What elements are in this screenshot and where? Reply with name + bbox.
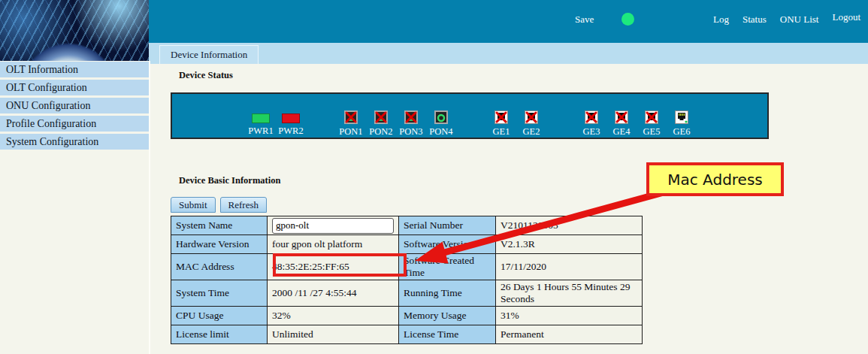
table-row: CPU Usage32%Memory Usage31% — [171, 307, 643, 325]
device-basic-table: System NameSerial NumberV2101120305Hardw… — [171, 216, 643, 344]
row-label: Hardware Version — [171, 235, 268, 254]
table-row: System Time2000 /11 /27 4:55:44Running T… — [171, 280, 643, 307]
row-label: Software Created Time — [399, 254, 496, 280]
port-label: PON2 — [369, 126, 392, 138]
submit-button[interactable]: Submit — [171, 197, 216, 213]
pon-port-pon2: PON2 — [366, 110, 396, 138]
port-label: PON1 — [339, 126, 362, 138]
ethernet-port-icon — [494, 110, 508, 124]
ethernet-port-icon — [675, 110, 688, 124]
port-label: PON3 — [399, 126, 422, 138]
port-label: GE6 — [673, 126, 691, 138]
row-label: Software Version — [399, 235, 496, 254]
port-label: PON4 — [429, 126, 452, 138]
brand-logo-earth-fiber — [0, 0, 149, 61]
top-link-log[interactable]: Log — [713, 14, 729, 26]
pwr-port-pwr1: PWR1 — [246, 110, 276, 137]
row-value: four gpon olt platform — [268, 235, 399, 254]
ge-port-ge1: GE1 — [486, 110, 516, 138]
sidebar-divider — [149, 61, 150, 354]
table-row: MAC Address48:35:2E:25:FF:65Software Cre… — [171, 254, 643, 280]
ethernet-port-icon — [645, 110, 658, 124]
table-row: License limitUnlimitedLicense TimePerman… — [171, 325, 643, 344]
sidebar-item-olt-information[interactable]: OLT Information — [0, 62, 149, 77]
port-label: PWR1 — [248, 126, 273, 137]
sidebar-menu: OLT InformationOLT ConfigurationONU Conf… — [0, 62, 149, 152]
device-status-heading: Device Status — [179, 70, 233, 81]
top-link-onu-list[interactable]: ONU List — [780, 14, 819, 26]
port-label: GE3 — [583, 126, 600, 138]
port-label: GE2 — [523, 126, 540, 138]
pon-port-icon — [344, 110, 358, 124]
ge-port-ge5: GE5 — [637, 110, 667, 138]
mac-address-callout: Mac Address — [646, 162, 784, 196]
port-label: GE1 — [493, 126, 510, 138]
sidebar-item-onu-configuration[interactable]: ONU Configuration — [0, 98, 149, 113]
row-label: System Time — [171, 280, 268, 307]
power-led-icon — [282, 113, 300, 123]
power-led-icon — [252, 113, 270, 123]
row-label: License Time — [399, 325, 496, 344]
device-basic-heading: Device Basic Information — [179, 175, 280, 186]
row-label: License limit — [171, 325, 268, 344]
row-value: Unlimited — [268, 325, 399, 344]
top-link-status[interactable]: Status — [742, 14, 767, 26]
tab-strip: Device Information — [149, 43, 868, 64]
save-button[interactable]: Save — [575, 14, 594, 26]
row-value: 31% — [496, 307, 643, 325]
sidebar-item-system-configuration[interactable]: System Configuration — [0, 134, 149, 150]
port-label: PWR2 — [278, 126, 303, 137]
row-label: Memory Usage — [399, 307, 496, 325]
row-value: V2.1.3R — [496, 235, 643, 254]
pon-port-pon1: PON1 — [336, 110, 366, 138]
row-value: 32% — [268, 307, 399, 325]
pon-port-pon3: PON3 — [396, 110, 426, 138]
ethernet-port-icon — [525, 110, 538, 124]
sidebar-item-olt-configuration[interactable]: OLT Configuration — [0, 80, 149, 95]
ge-port-ge3: GE3 — [576, 110, 606, 138]
table-row: Hardware Versionfour gpon olt platformSo… — [171, 235, 643, 254]
mac-address-highlight-box — [273, 253, 407, 277]
row-label: MAC Address — [171, 254, 268, 280]
table-row: System NameSerial NumberV2101120305 — [171, 216, 643, 235]
row-value: 2000 /11 /27 4:55:44 — [268, 280, 399, 307]
pwr-port-pwr2: PWR2 — [276, 110, 306, 137]
pon-port-icon — [404, 110, 418, 124]
tab-device-information[interactable]: Device Information — [159, 45, 259, 64]
ethernet-port-icon — [615, 110, 628, 124]
refresh-button[interactable]: Refresh — [220, 197, 267, 213]
port-label: GE4 — [613, 126, 631, 138]
ethernet-port-icon — [585, 110, 598, 124]
row-label: CPU Usage — [171, 307, 268, 325]
status-indicator-dot — [622, 13, 634, 26]
ge-port-ge2: GE2 — [516, 110, 546, 138]
pon-port-pon4: PON4 — [426, 110, 456, 138]
page: Save LogStatusONU ListLogout Device Info… — [0, 0, 868, 354]
top-navigation-bar: Save LogStatusONU ListLogout — [149, 0, 868, 43]
row-value: Permanent — [496, 325, 643, 344]
ge-port-ge6: GE6 — [667, 110, 697, 138]
device-status-panel: PWR1PWR2 PON1PON2PON3PON4 GE1GE2 GE3GE4G… — [171, 92, 769, 139]
row-value — [268, 216, 399, 235]
top-link-logout[interactable]: Logout — [832, 11, 860, 23]
sidebar-item-profile-configuration[interactable]: Profile Configuration — [0, 116, 149, 132]
row-value: 26 Days 1 Hours 55 Minutes 29 Seconds — [496, 280, 643, 307]
pon-port-icon — [434, 110, 448, 124]
pon-port-icon — [374, 110, 388, 124]
row-value: 17/11/2020 — [496, 254, 643, 280]
ge-port-ge4: GE4 — [606, 110, 637, 138]
row-value: V2101120305 — [496, 216, 643, 235]
row-label: Serial Number — [399, 216, 496, 235]
row-label: Running Time — [399, 280, 496, 307]
top-links: LogStatusONU ListLogout — [713, 14, 860, 26]
system-name-input[interactable] — [272, 218, 394, 234]
port-label: GE5 — [643, 126, 661, 138]
row-label: System Name — [171, 216, 268, 235]
